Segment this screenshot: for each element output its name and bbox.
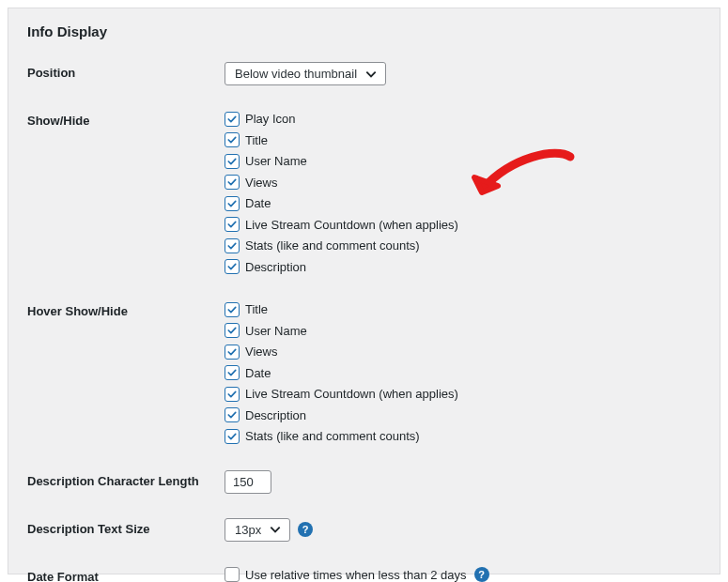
- show-hide-checkbox[interactable]: [225, 154, 240, 169]
- position-select-value: Below video thumbnail: [235, 67, 357, 81]
- desc-text-size-label: Description Text Size: [27, 518, 225, 536]
- show-hide-checkbox[interactable]: [225, 217, 240, 232]
- chevron-down-icon: [269, 523, 282, 536]
- hover-show-hide-item: Views: [225, 343, 701, 361]
- desc-text-size-select[interactable]: 13px: [225, 518, 290, 542]
- info-display-panel: Info Display Position Below video thumbn…: [8, 8, 720, 574]
- show-hide-item: User Name: [225, 152, 701, 171]
- hover-show-hide-item: User Name: [225, 322, 701, 341]
- hover-show-hide-item-label: Title: [245, 300, 268, 319]
- hover-show-hide-item: Title: [225, 300, 701, 319]
- show-hide-row: Show/Hide Play IconTitleUser NameViewsDa…: [27, 110, 701, 276]
- hover-show-hide-checkbox[interactable]: [225, 345, 240, 360]
- relative-times-checkbox[interactable]: [225, 567, 240, 582]
- hover-show-hide-item-label: Stats (like and comment counts): [245, 427, 420, 446]
- show-hide-item: Date: [225, 194, 701, 213]
- hover-show-hide-label: Hover Show/Hide: [27, 300, 225, 318]
- show-hide-checkbox[interactable]: [225, 175, 240, 190]
- position-row: Position Below video thumbnail: [27, 62, 701, 85]
- show-hide-item-label: Title: [245, 131, 268, 150]
- desc-char-length-label: Description Character Length: [27, 470, 225, 488]
- hover-show-hide-row: Hover Show/Hide TitleUser NameViewsDateL…: [27, 300, 701, 446]
- desc-text-size-value: 13px: [235, 523, 261, 537]
- show-hide-item: Play Icon: [225, 110, 701, 129]
- show-hide-item-label: User Name: [245, 152, 307, 171]
- show-hide-label: Show/Hide: [27, 110, 225, 128]
- desc-char-length-row: Description Character Length: [27, 470, 701, 494]
- hover-show-hide-checkbox[interactable]: [225, 429, 240, 444]
- hover-show-hide-checkbox[interactable]: [225, 407, 240, 422]
- show-hide-item-label: Description: [245, 258, 306, 277]
- show-hide-item-label: Play Icon: [245, 110, 295, 129]
- show-hide-item-label: Live Stream Countdown (when applies): [245, 216, 458, 235]
- help-icon[interactable]: ?: [474, 567, 489, 582]
- show-hide-item-label: Views: [245, 174, 277, 192]
- position-select[interactable]: Below video thumbnail: [225, 62, 386, 85]
- show-hide-item-label: Date: [245, 194, 271, 213]
- section-title: Info Display: [27, 23, 701, 39]
- show-hide-checkbox[interactable]: [225, 196, 240, 211]
- hover-show-hide-item-label: Date: [245, 364, 271, 383]
- show-hide-item-label: Stats (like and comment counts): [245, 237, 420, 255]
- date-format-label: Date Format: [27, 566, 225, 583]
- show-hide-item: Views: [225, 174, 701, 192]
- show-hide-checkbox[interactable]: [225, 259, 240, 274]
- relative-times-label: Use relative times when less than 2 days: [245, 566, 467, 583]
- hover-show-hide-item-label: Views: [245, 343, 277, 361]
- show-hide-item: Live Stream Countdown (when applies): [225, 216, 701, 235]
- show-hide-item: Stats (like and comment counts): [225, 237, 701, 255]
- hover-show-hide-item: Date: [225, 364, 701, 383]
- hover-show-hide-list: TitleUser NameViewsDateLive Stream Count…: [225, 300, 701, 446]
- hover-show-hide-checkbox[interactable]: [225, 365, 240, 380]
- hover-show-hide-checkbox[interactable]: [225, 387, 240, 402]
- desc-char-length-input[interactable]: [225, 470, 271, 494]
- help-icon[interactable]: ?: [298, 522, 313, 537]
- hover-show-hide-checkbox[interactable]: [225, 302, 240, 317]
- show-hide-item: Title: [225, 131, 701, 150]
- chevron-down-icon: [364, 68, 378, 81]
- position-label: Position: [27, 62, 225, 80]
- show-hide-list: Play IconTitleUser NameViewsDateLive Str…: [225, 110, 701, 276]
- desc-text-size-row: Description Text Size 13px ?: [27, 518, 701, 542]
- date-format-row: Date Format Use relative times when less…: [27, 566, 701, 583]
- hover-show-hide-item: Stats (like and comment counts): [225, 427, 701, 446]
- show-hide-checkbox[interactable]: [225, 112, 240, 127]
- hover-show-hide-item-label: Description: [245, 406, 306, 425]
- hover-show-hide-item: Live Stream Countdown (when applies): [225, 385, 701, 404]
- hover-show-hide-item-label: User Name: [245, 322, 307, 341]
- show-hide-checkbox[interactable]: [225, 238, 240, 253]
- show-hide-checkbox[interactable]: [225, 132, 240, 147]
- hover-show-hide-item-label: Live Stream Countdown (when applies): [245, 385, 458, 404]
- hover-show-hide-item: Description: [225, 406, 701, 425]
- hover-show-hide-checkbox[interactable]: [225, 323, 240, 338]
- show-hide-item: Description: [225, 258, 701, 277]
